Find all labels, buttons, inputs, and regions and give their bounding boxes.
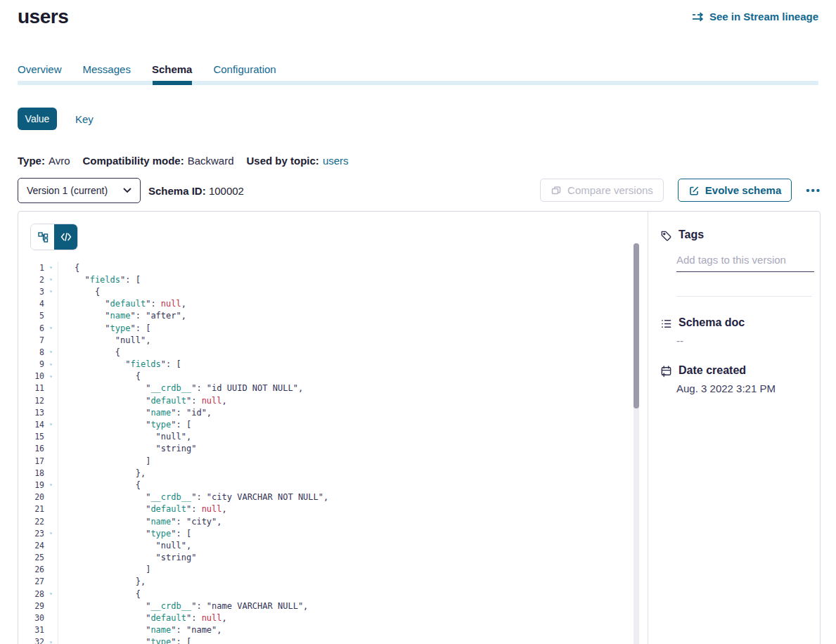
tab-schema[interactable]: Schema (152, 63, 193, 82)
code-text: { (58, 589, 141, 599)
fold-toggle-icon[interactable]: ▾ (44, 322, 58, 334)
date-created-title: Date created (679, 364, 746, 377)
stream-lineage-link[interactable]: See in Stream lineage (692, 11, 818, 22)
calendar-add-icon (660, 365, 672, 378)
line-number: 30 (18, 613, 44, 623)
fold-gutter (44, 382, 58, 394)
fold-gutter (44, 406, 58, 418)
fold-toggle-icon[interactable]: ▾ (44, 636, 58, 644)
editor-scrollbar[interactable] (634, 243, 639, 644)
code-text: { (58, 347, 120, 357)
code-line: 29"__crdb__": "name VARCHAR NULL", (18, 600, 636, 612)
code-line: 7"null", (18, 334, 636, 346)
tab-overview[interactable]: Overview (18, 63, 62, 82)
fold-gutter (44, 431, 58, 443)
code-line: 30"default": null, (18, 612, 636, 624)
schema-doc-section-header: Schema doc (660, 316, 745, 330)
tab-configuration[interactable]: Configuration (213, 63, 276, 82)
code-text: "string" (58, 444, 196, 453)
tree-view-button[interactable] (31, 224, 54, 250)
line-number: 27 (18, 577, 44, 586)
schema-doc-title: Schema doc (679, 316, 745, 329)
code-line: 28▾{ (18, 588, 636, 600)
fold-toggle-icon[interactable]: ▾ (44, 527, 58, 539)
fold-toggle-icon[interactable]: ▾ (44, 588, 58, 600)
line-number: 10 (18, 371, 44, 381)
fold-gutter (44, 467, 58, 479)
line-number: 5 (18, 311, 44, 321)
fold-toggle-icon[interactable]: ▾ (44, 479, 58, 491)
code-line: 2▾"fields": [ (18, 273, 636, 285)
version-select[interactable]: Version 1 (current) (18, 178, 141, 203)
fold-gutter (44, 455, 58, 467)
code-line: 20"__crdb__": "city VARCHAR NOT NULL", (18, 491, 636, 503)
fold-toggle-icon[interactable]: ▾ (44, 359, 58, 371)
line-number: 14 (18, 420, 44, 430)
meta-label: Type: (18, 155, 45, 167)
code-line: 13"name": "id", (18, 406, 636, 418)
fold-gutter (44, 612, 58, 624)
fold-gutter (44, 310, 58, 322)
code-text: "type": [ (58, 420, 191, 430)
line-number: 12 (18, 396, 44, 406)
line-number: 32 (18, 637, 44, 644)
value-toggle-button[interactable]: Value (18, 108, 57, 130)
tags-input[interactable] (676, 252, 814, 272)
fold-gutter (44, 298, 58, 310)
fold-gutter (44, 491, 58, 503)
code-text: "null", (58, 432, 191, 442)
schema-doc-value: -- (676, 335, 683, 347)
fold-toggle-icon[interactable]: ▾ (44, 346, 58, 358)
code-line: 25"string" (18, 552, 636, 564)
key-toggle-button[interactable]: Key (75, 113, 94, 125)
code-text: { (58, 371, 141, 381)
code-text: "__crdb__": "city VARCHAR NOT NULL", (58, 492, 328, 502)
meta-value-link[interactable]: users (323, 155, 349, 167)
meta-label: Compatibility mode: (82, 155, 184, 167)
fold-gutter (44, 443, 58, 455)
evolve-schema-button[interactable]: Evolve schema (678, 179, 792, 202)
code-line: 9▾"fields": [ (18, 359, 636, 371)
more-options-button[interactable]: ••• (806, 184, 821, 196)
line-number: 23 (18, 529, 44, 539)
code-line: 14▾"type": [ (18, 418, 636, 430)
code-text: "default": null, (58, 504, 227, 514)
code-line: 3▾{ (18, 285, 636, 297)
code-line: 23▾"type": [ (18, 527, 636, 539)
line-number: 9 (18, 359, 44, 369)
line-number: 17 (18, 456, 44, 466)
fold-gutter (44, 394, 58, 406)
code-line: 10▾{ (18, 371, 636, 382)
tab-messages[interactable]: Messages (83, 63, 131, 82)
meta-item: Used by topic:users (247, 155, 349, 167)
line-number: 7 (18, 335, 44, 345)
code-text: ] (58, 565, 150, 574)
schema-code-editor[interactable]: 1▾{2▾"fields": [3▾{4"default": null,5"na… (18, 262, 636, 644)
line-number: 25 (18, 553, 44, 562)
compare-versions-button[interactable]: Compare versions (540, 179, 664, 202)
list-icon (660, 318, 672, 330)
fold-toggle-icon[interactable]: ▾ (44, 418, 58, 430)
line-number: 4 (18, 299, 44, 309)
code-text: { (58, 480, 141, 490)
schema-meta-row: Type:AvroCompatibility mode:BackwardUsed… (18, 155, 349, 167)
fold-toggle-icon[interactable]: ▾ (44, 262, 58, 273)
code-text: "name": "city", (58, 517, 222, 527)
schema-panel: 1▾{2▾"fields": [3▾{4"default": null,5"na… (18, 211, 821, 644)
code-text: "type": [ (58, 637, 191, 644)
line-number: 29 (18, 601, 44, 611)
code-line: 15"null", (18, 431, 636, 443)
code-line: 4"default": null, (18, 298, 636, 310)
line-number: 19 (18, 480, 44, 490)
line-number: 15 (18, 432, 44, 442)
chevron-down-icon (123, 188, 131, 193)
fold-toggle-icon[interactable]: ▾ (44, 371, 58, 382)
code-line: 26] (18, 564, 636, 576)
fold-toggle-icon[interactable]: ▾ (44, 273, 58, 285)
fold-toggle-icon[interactable]: ▾ (44, 285, 58, 297)
page-title: users (18, 6, 68, 28)
editor-view-toggle (30, 224, 78, 250)
editor-scrollbar-thumb[interactable] (634, 243, 639, 408)
code-view-button[interactable] (54, 224, 77, 250)
line-number: 3 (18, 287, 44, 297)
